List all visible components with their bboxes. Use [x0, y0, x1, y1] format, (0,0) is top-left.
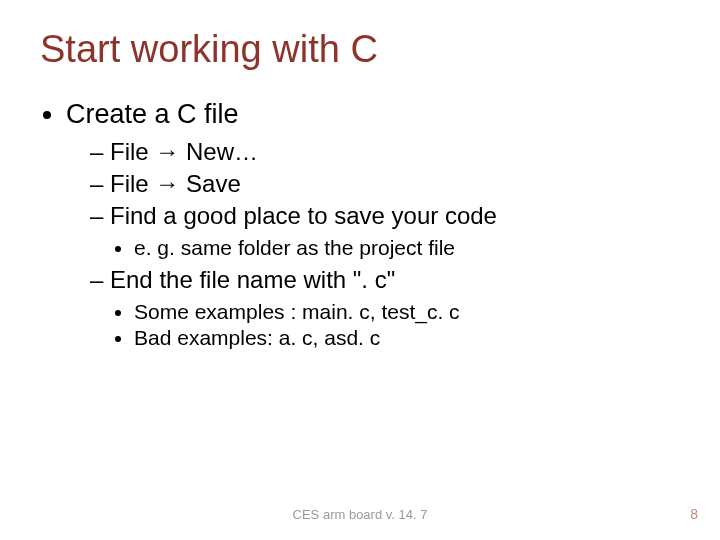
text-part: New…	[179, 138, 258, 165]
bullet-list-level1: Create a C file File → New… File → Save …	[40, 99, 680, 350]
text-part: Find a good place to save your code	[110, 202, 497, 229]
bullet-file-save: File → Save	[90, 170, 680, 198]
slide: Start working with C Create a C file Fil…	[0, 0, 720, 540]
bullet-end-with-c: End the file name with ". c" Some exampl…	[90, 266, 680, 350]
text-part: File	[110, 138, 155, 165]
text-part: e. g. same folder as the project file	[134, 236, 455, 259]
bullet-list-level3: e. g. same folder as the project file	[90, 236, 680, 260]
bullet-some-examples: Some examples : main. c, test_c. c	[134, 300, 680, 324]
bullet-eg-same-folder: e. g. same folder as the project file	[134, 236, 680, 260]
bullet-bad-examples: Bad examples: a. c, asd. c	[134, 326, 680, 350]
text-part: End the file name with ". c"	[110, 266, 395, 293]
text-part: File	[110, 170, 155, 197]
bullet-create-c-file: Create a C file File → New… File → Save …	[66, 99, 680, 350]
text-part: Bad examples: a. c, asd. c	[134, 326, 380, 349]
arrow-icon: →	[155, 138, 179, 165]
bullet-list-level3: Some examples : main. c, test_c. c Bad e…	[90, 300, 680, 350]
footer-center-text: CES arm board v. 14. 7	[0, 507, 720, 522]
slide-title: Start working with C	[40, 28, 680, 71]
text-part: Save	[179, 170, 240, 197]
bullet-file-new: File → New…	[90, 138, 680, 166]
text-part: Some examples : main. c, test_c. c	[134, 300, 460, 323]
bullet-list-level2: File → New… File → Save Find a good plac…	[66, 138, 680, 350]
page-number: 8	[690, 506, 698, 522]
arrow-icon: →	[155, 170, 179, 197]
bullet-find-good-place: Find a good place to save your code e. g…	[90, 202, 680, 260]
bullet-text: Create a C file	[66, 99, 239, 129]
